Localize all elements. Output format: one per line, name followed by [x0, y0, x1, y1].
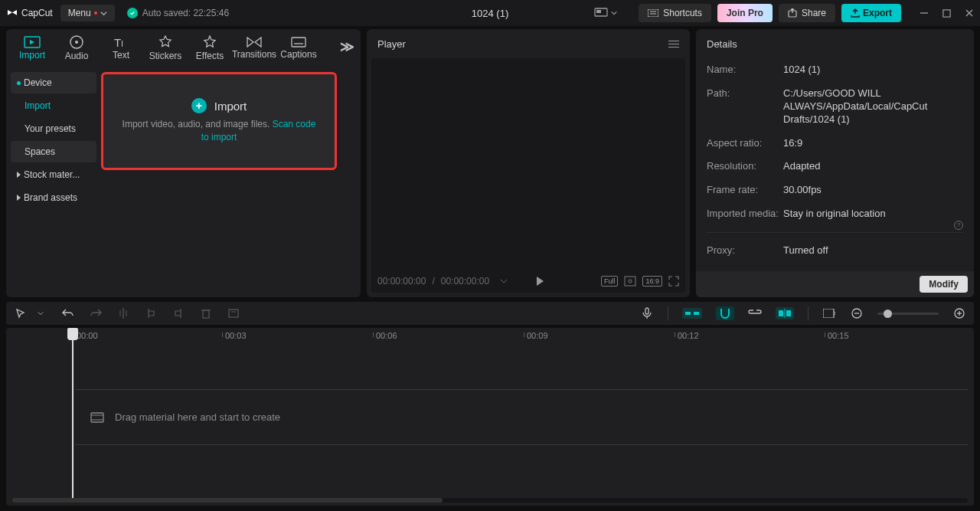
- share-icon: [788, 8, 797, 18]
- plus-circle-icon: +: [191, 98, 207, 113]
- join-pro-button[interactable]: Join Pro: [717, 4, 773, 22]
- chevron-down-icon: [100, 10, 107, 17]
- shortcuts-button[interactable]: Shortcuts: [639, 4, 711, 22]
- svg-point-16: [629, 280, 632, 283]
- svg-rect-20: [203, 310, 209, 318]
- viewport-ratio-button[interactable]: [594, 8, 632, 18]
- timeline-scrollbar[interactable]: [12, 498, 968, 503]
- window-close-button[interactable]: [965, 8, 974, 18]
- window-minimize-button[interactable]: [920, 8, 929, 18]
- play-button[interactable]: [537, 277, 544, 286]
- player-menu-button[interactable]: [668, 41, 679, 47]
- more-tabs-button[interactable]: ≫: [340, 38, 354, 55]
- ruler-tick: 00:09: [527, 331, 548, 340]
- svg-rect-24: [645, 308, 648, 314]
- tree-presets[interactable]: Your presets: [11, 118, 96, 139]
- divider: [707, 232, 963, 233]
- keyboard-icon: [648, 9, 658, 17]
- ruler-tick: 00:00: [77, 331, 98, 340]
- timeline-ruler[interactable]: 00:00 00:03 00:06 00:09 00:12 00:15: [6, 328, 974, 343]
- tab-captions[interactable]: Captions: [277, 31, 320, 66]
- trim-left-tool[interactable]: [144, 306, 158, 320]
- svg-rect-25: [685, 312, 691, 315]
- notification-dot-icon: [94, 11, 97, 15]
- divider: [668, 306, 668, 320]
- expand-icon[interactable]: [668, 276, 679, 287]
- ruler-tick: 00:12: [678, 331, 699, 340]
- captions-icon: [291, 37, 306, 47]
- share-button[interactable]: Share: [779, 4, 835, 22]
- mic-button[interactable]: [640, 306, 654, 320]
- zoom-out-button[interactable]: [850, 306, 864, 320]
- preview-toggle[interactable]: [776, 307, 794, 319]
- tab-text[interactable]: TI Text: [100, 31, 142, 66]
- audio-icon: [70, 35, 83, 49]
- scan-frame-icon[interactable]: [624, 276, 636, 287]
- undo-button[interactable]: [61, 306, 75, 320]
- svg-rect-28: [786, 310, 791, 316]
- detail-path-value: C:/Users/GOOD WILL ALWAYS/AppData/Local/…: [783, 87, 963, 126]
- timeline-toolbar: [6, 302, 974, 325]
- window-maximize-button[interactable]: [942, 9, 951, 18]
- cursor-dropdown[interactable]: [34, 306, 47, 320]
- timeline[interactable]: 00:00 00:03 00:06 00:09 00:12 00:15 Drag…: [6, 328, 974, 506]
- info-icon[interactable]: ?: [954, 221, 963, 230]
- tab-label: Import: [19, 50, 45, 61]
- tab-label: Stickers: [149, 51, 182, 61]
- link-toggle[interactable]: [748, 306, 762, 320]
- tree-stock[interactable]: Stock mater...: [11, 164, 96, 185]
- slider-knob[interactable]: [884, 310, 892, 318]
- crop-tool[interactable]: [227, 306, 240, 320]
- zoom-in-button[interactable]: [952, 306, 966, 320]
- ruler-tick: 00:06: [376, 331, 397, 340]
- import-description: Import video, audio, and image files. Sc…: [119, 118, 319, 144]
- tab-transitions[interactable]: Transitions: [233, 31, 276, 66]
- menu-button[interactable]: Menu: [60, 5, 115, 21]
- tree-spaces[interactable]: Spaces: [11, 141, 96, 162]
- chevron-down-icon[interactable]: [500, 277, 508, 285]
- detail-aspect-value: 16:9: [783, 137, 802, 150]
- tab-audio[interactable]: Audio: [55, 31, 98, 66]
- autosave-status: Auto saved: 22:25:46: [127, 8, 229, 18]
- svg-rect-7: [943, 9, 950, 16]
- ratio-button[interactable]: 16:9: [642, 276, 662, 287]
- track-area[interactable]: Drag material here and start to create: [75, 389, 968, 450]
- redo-button[interactable]: [89, 306, 103, 320]
- tree-label: Device: [24, 77, 52, 88]
- svg-rect-27: [779, 310, 783, 316]
- caret-right-icon: [17, 172, 21, 178]
- tab-stickers[interactable]: Stickers: [144, 31, 187, 66]
- media-panel: Import Audio TI Text Stickers Effects Tr…: [6, 29, 361, 297]
- tab-import[interactable]: Import: [11, 31, 54, 66]
- playhead-handle[interactable]: [67, 328, 78, 340]
- brand-text: CapCut: [21, 8, 53, 18]
- effects-icon: [203, 35, 217, 49]
- time-current: 00:00:00:00: [377, 276, 426, 287]
- modify-button[interactable]: Modify: [920, 276, 968, 293]
- svg-rect-15: [625, 277, 635, 286]
- cursor-tool[interactable]: [14, 306, 28, 320]
- tree-import[interactable]: Import: [11, 95, 96, 116]
- magnet-toggle[interactable]: [716, 306, 734, 320]
- delete-tool[interactable]: [199, 306, 213, 320]
- zoom-slider[interactable]: [877, 313, 939, 315]
- film-icon: [90, 412, 104, 423]
- track-view-button[interactable]: [822, 306, 836, 320]
- tab-effects[interactable]: Effects: [188, 31, 231, 66]
- tree-brand[interactable]: Brand assets: [11, 187, 96, 208]
- detail-name-label: Name:: [707, 64, 783, 77]
- import-dropzone[interactable]: + Import Import video, audio, and image …: [101, 72, 337, 170]
- scrollbar-thumb[interactable]: [12, 498, 443, 503]
- trim-right-tool[interactable]: [172, 306, 185, 320]
- tree-device[interactable]: Device: [11, 72, 96, 93]
- tree-label: Stock mater...: [24, 169, 80, 180]
- svg-rect-26: [694, 312, 699, 315]
- split-tool[interactable]: [116, 306, 130, 320]
- tab-label: Effects: [196, 51, 224, 61]
- player-viewport[interactable]: 00:00:00:00 / 00:00:00:00 Full 16:9: [371, 58, 685, 293]
- snap-toggle[interactable]: [682, 308, 702, 319]
- detail-path-label: Path:: [707, 87, 783, 126]
- full-button[interactable]: Full: [601, 276, 619, 287]
- export-button[interactable]: Export: [841, 4, 901, 22]
- details-header: Details: [707, 38, 737, 50]
